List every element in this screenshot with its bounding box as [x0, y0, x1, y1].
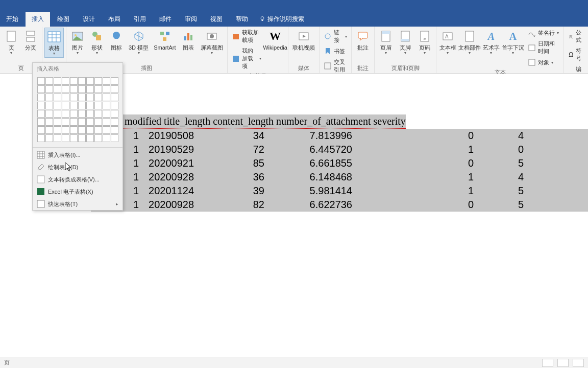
grid-cell[interactable]	[111, 126, 118, 134]
grid-cell[interactable]	[111, 118, 118, 126]
grid-cell[interactable]	[94, 102, 102, 109]
online-video-button[interactable]: 联机视频	[290, 28, 317, 52]
chart-button[interactable]: 图表	[179, 28, 198, 52]
grid-cell[interactable]	[70, 126, 78, 134]
tab-view[interactable]: 视图	[204, 12, 229, 27]
grid-cell[interactable]	[37, 126, 45, 134]
tab-insert[interactable]: 插入	[26, 12, 50, 27]
link-button[interactable]: 链接▾	[322, 28, 349, 45]
grid-cell[interactable]	[94, 110, 102, 118]
grid-cell[interactable]	[78, 118, 86, 126]
grid-cell[interactable]	[54, 134, 61, 142]
screenshot-button[interactable]: 屏幕截图▾	[199, 28, 225, 57]
grid-cell[interactable]	[37, 85, 45, 93]
grid-cell[interactable]	[86, 94, 94, 101]
grid-cell[interactable]	[62, 94, 69, 101]
bookmark-button[interactable]: 书签	[322, 46, 349, 56]
grid-cell[interactable]	[86, 110, 94, 118]
grid-cell[interactable]	[78, 134, 86, 142]
grid-cell[interactable]	[78, 110, 86, 118]
grid-cell[interactable]	[37, 134, 45, 142]
grid-cell[interactable]	[45, 126, 53, 134]
grid-cell[interactable]	[94, 126, 102, 134]
comment-button[interactable]: 批注	[354, 28, 372, 52]
grid-cell[interactable]	[37, 94, 45, 101]
grid-cell[interactable]	[103, 85, 110, 93]
tab-references[interactable]: 引用	[128, 12, 152, 27]
grid-cell[interactable]	[86, 134, 94, 142]
grid-cell[interactable]	[54, 118, 61, 126]
tab-mailings[interactable]: 邮件	[153, 12, 178, 27]
grid-cell[interactable]	[62, 134, 69, 142]
object-button[interactable]: 对象▾	[526, 57, 561, 67]
table-row[interactable]: 120200921856.66185505	[91, 156, 588, 170]
grid-cell[interactable]	[78, 77, 86, 85]
grid-cell[interactable]	[86, 102, 94, 109]
grid-cell[interactable]	[45, 118, 53, 126]
grid-cell[interactable]	[111, 134, 118, 142]
grid-cell[interactable]	[103, 110, 110, 118]
grid-cell[interactable]	[37, 110, 45, 118]
table-row[interactable]: 5120201124395.98141415	[91, 184, 588, 198]
tab-draw[interactable]: 绘图	[51, 12, 76, 27]
table-row[interactable]: 120200928366.14846814	[91, 170, 588, 184]
grid-cell[interactable]	[103, 134, 110, 142]
table-button[interactable]: 表格▾	[44, 28, 64, 58]
smartart-button[interactable]: SmartArt	[152, 28, 178, 52]
cover-page-button[interactable]: 页▾	[2, 28, 20, 57]
grid-cell[interactable]	[94, 77, 102, 85]
grid-cell[interactable]	[62, 102, 69, 109]
shapes-button[interactable]: 形状▾	[88, 28, 106, 57]
grid-cell[interactable]	[86, 126, 94, 134]
wikipedia-button[interactable]: WWikipedia	[264, 28, 286, 52]
grid-cell[interactable]	[103, 77, 110, 85]
icons-button[interactable]: 图标	[107, 28, 126, 52]
table-row[interactable]: 120190529726.44572010	[91, 143, 588, 156]
grid-cell[interactable]	[86, 118, 94, 126]
grid-cell[interactable]	[94, 118, 102, 126]
grid-cell[interactable]	[78, 102, 86, 109]
grid-cell[interactable]	[103, 126, 110, 134]
tab-design[interactable]: 设计	[77, 12, 101, 27]
grid-cell[interactable]	[37, 102, 45, 109]
grid-cell[interactable]	[78, 94, 86, 101]
grid-cell[interactable]	[70, 77, 78, 85]
table-row[interactable]: 120190508347.81399604	[91, 129, 588, 143]
sigline-button[interactable]: 签名行▾	[526, 28, 561, 38]
grid-cell[interactable]	[62, 118, 69, 126]
grid-cell[interactable]	[70, 118, 78, 126]
page-break-button[interactable]: 分页	[21, 28, 40, 52]
grid-cell[interactable]	[111, 102, 118, 109]
datetime-button[interactable]: 日期和时间	[526, 39, 561, 56]
wordart-button[interactable]: A艺术字▾	[482, 28, 500, 57]
grid-cell[interactable]	[70, 134, 78, 142]
grid-cell[interactable]	[111, 110, 118, 118]
tell-me-search[interactable]: 操作说明搜索	[259, 15, 304, 24]
tab-layout[interactable]: 布局	[102, 12, 127, 27]
grid-cell[interactable]	[70, 102, 78, 109]
menu-quick-table[interactable]: 快速表格(T)▸	[33, 198, 122, 210]
grid-cell[interactable]	[62, 126, 69, 134]
grid-cell[interactable]	[86, 85, 94, 93]
grid-cell[interactable]	[70, 94, 78, 101]
doc-header-row[interactable]: ed modified title_length content_length …	[112, 114, 406, 129]
grid-cell[interactable]	[45, 85, 53, 93]
grid-cell[interactable]	[94, 85, 102, 93]
grid-cell[interactable]	[62, 110, 69, 118]
grid-cell[interactable]	[70, 110, 78, 118]
grid-cell[interactable]	[45, 134, 53, 142]
grid-cell[interactable]	[111, 94, 118, 101]
grid-cell[interactable]	[54, 102, 61, 109]
tab-home[interactable]: 开始	[0, 12, 24, 27]
footer-button[interactable]: 页脚▾	[396, 28, 414, 57]
view-web-layout[interactable]	[573, 359, 584, 367]
view-read-mode[interactable]	[542, 359, 553, 367]
picture-button[interactable]: 图片▾	[68, 28, 87, 57]
grid-cell[interactable]	[54, 85, 61, 93]
3d-models-button[interactable]: 3D 模型▾	[127, 28, 151, 57]
table-grid-picker[interactable]	[33, 75, 122, 146]
menu-insert-table[interactable]: 插入表格(I)...	[33, 149, 122, 161]
grid-cell[interactable]	[37, 77, 45, 85]
my-addins-button[interactable]: 我的加载项▾	[230, 46, 263, 71]
grid-cell[interactable]	[62, 77, 69, 85]
